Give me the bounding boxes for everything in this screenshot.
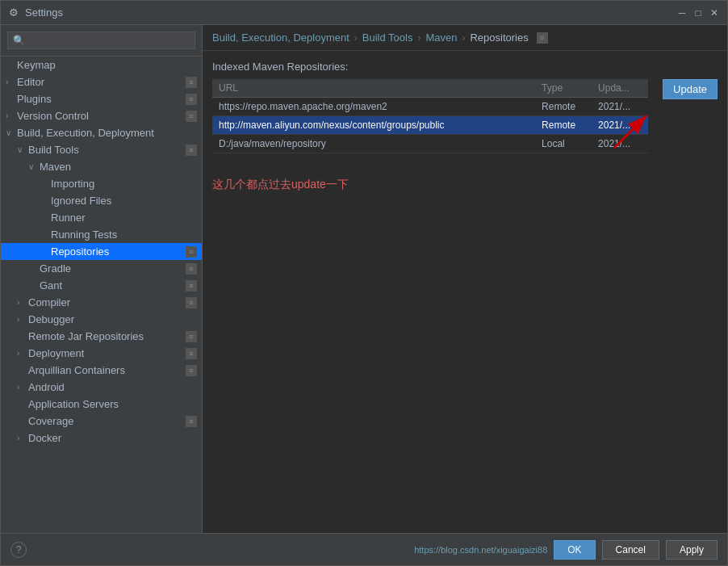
settings-icon: ≡ bbox=[186, 297, 197, 308]
breadcrumb-icon: ≡ bbox=[537, 32, 548, 44]
col-url: URL bbox=[212, 79, 535, 98]
settings-icon: ≡ bbox=[186, 416, 197, 427]
chevron-down-icon: ∨ bbox=[6, 128, 17, 137]
sidebar-item-version-control[interactable]: › Version Control ≡ bbox=[1, 107, 202, 124]
annotation-text: 这几个都点过去update一下 bbox=[212, 178, 349, 191]
sidebar-item-runner[interactable]: Runner bbox=[1, 209, 202, 226]
sidebar-item-keymap[interactable]: Keymap bbox=[1, 57, 202, 73]
maximize-button[interactable]: □ bbox=[692, 6, 705, 19]
settings-icon: ≡ bbox=[186, 348, 197, 359]
sidebar-item-label: Compiler bbox=[28, 296, 186, 308]
table-row[interactable]: http://maven.aliyun.com/nexus/content/gr… bbox=[212, 116, 648, 135]
apply-button[interactable]: Apply bbox=[666, 540, 718, 560]
cell-update: 2021/... bbox=[592, 135, 648, 153]
settings-icon: ≡ bbox=[186, 331, 197, 342]
arrow-icon: › bbox=[17, 383, 28, 392]
sidebar-item-repositories[interactable]: Repositories ≡ bbox=[1, 243, 202, 260]
sidebar-item-build-tools[interactable]: ∨ Build Tools ≡ bbox=[1, 141, 202, 158]
breadcrumb-sep: › bbox=[354, 32, 358, 44]
section-title: Indexed Maven Repositories: bbox=[212, 61, 718, 73]
chevron-down-icon: ∨ bbox=[17, 145, 28, 154]
annotation-area: 这几个都点过去update一下 bbox=[212, 178, 718, 192]
arrow-icon: › bbox=[6, 78, 17, 86]
sidebar-item-arquillian[interactable]: Arquillian Containers ≡ bbox=[1, 362, 202, 379]
sidebar-item-plugins[interactable]: Plugins ≡ bbox=[1, 90, 202, 107]
cell-update: 2021/... bbox=[592, 98, 648, 116]
cell-url: D:/java/maven/repository bbox=[212, 135, 535, 153]
sidebar-list: Keymap › Editor ≡ Plugins ≡ › Version bbox=[1, 57, 202, 533]
cell-update: 2021/... bbox=[592, 116, 648, 135]
breadcrumb-sep: › bbox=[417, 32, 420, 44]
window-icon: ⚙ bbox=[7, 6, 20, 19]
sidebar-item-label: Gant bbox=[40, 279, 186, 291]
breadcrumb-item-3: Maven bbox=[425, 31, 457, 44]
sidebar-item-label: Coverage bbox=[28, 415, 186, 427]
window-title: Settings bbox=[25, 6, 676, 19]
settings-icon: ≡ bbox=[186, 365, 197, 376]
sidebar-item-coverage[interactable]: Coverage ≡ bbox=[1, 413, 202, 430]
chevron-down-icon: ∨ bbox=[28, 162, 40, 171]
ok-button[interactable]: OK bbox=[554, 540, 595, 560]
bottom-link: https://blog.csdn.net/xiguaigaizi88 bbox=[414, 545, 547, 555]
title-bar: ⚙ Settings ─ □ ✕ bbox=[1, 1, 727, 25]
settings-icon: ≡ bbox=[186, 263, 197, 275]
sidebar-item-running-tests[interactable]: Running Tests bbox=[1, 226, 202, 243]
sidebar-item-label: Plugins bbox=[17, 93, 186, 105]
sidebar-item-label: Ignored Files bbox=[51, 195, 197, 207]
sidebar-item-label: Version Control bbox=[17, 110, 186, 122]
cell-type: Local bbox=[535, 135, 592, 153]
breadcrumb-item-1: Build, Execution, Deployment bbox=[212, 31, 349, 44]
sidebar-item-editor[interactable]: › Editor ≡ bbox=[1, 73, 202, 90]
help-icon[interactable]: ? bbox=[10, 542, 27, 558]
table-area: URL Type Upda... https://repo.maven.apac… bbox=[212, 79, 718, 153]
col-update: Upda... bbox=[592, 79, 648, 98]
arrow-icon: › bbox=[17, 315, 28, 324]
repo-table: URL Type Upda... https://repo.maven.apac… bbox=[212, 79, 648, 153]
content-area: Keymap › Editor ≡ Plugins ≡ › Version bbox=[1, 25, 727, 533]
update-button[interactable]: Update bbox=[663, 79, 718, 99]
breadcrumb: Build, Execution, Deployment › Build Too… bbox=[203, 25, 727, 51]
main-content: Build, Execution, Deployment › Build Too… bbox=[203, 25, 727, 533]
close-button[interactable]: ✕ bbox=[708, 6, 721, 19]
sidebar-item-label: Docker bbox=[28, 432, 197, 444]
search-box bbox=[1, 25, 202, 57]
settings-icon: ≡ bbox=[186, 145, 197, 156]
sidebar-item-label: Deployment bbox=[28, 347, 186, 359]
sidebar-item-ignored-files[interactable]: Ignored Files bbox=[1, 192, 202, 209]
sidebar-item-gant[interactable]: Gant ≡ bbox=[1, 277, 202, 294]
search-input[interactable] bbox=[7, 31, 195, 49]
sidebar-item-debugger[interactable]: › Debugger bbox=[1, 311, 202, 328]
sidebar-item-label: Remote Jar Repositories bbox=[28, 330, 186, 342]
settings-icon: ≡ bbox=[186, 246, 197, 258]
settings-icon: ≡ bbox=[186, 94, 197, 105]
arrow-icon: › bbox=[6, 111, 17, 120]
sidebar-item-label: Editor bbox=[17, 76, 186, 88]
breadcrumb-item-2: Build Tools bbox=[362, 31, 413, 44]
sidebar-item-build-exec-deploy[interactable]: ∨ Build, Execution, Deployment bbox=[1, 124, 202, 141]
sidebar-item-label: Importing bbox=[51, 178, 197, 190]
cell-type: Remote bbox=[535, 98, 592, 116]
breadcrumb-item-4: Repositories bbox=[470, 31, 528, 44]
sidebar-item-deployment[interactable]: › Deployment ≡ bbox=[1, 345, 202, 362]
breadcrumb-sep: › bbox=[462, 32, 465, 44]
sidebar-item-app-servers[interactable]: Application Servers bbox=[1, 396, 202, 413]
settings-icon: ≡ bbox=[186, 280, 197, 291]
sidebar: Keymap › Editor ≡ Plugins ≡ › Version bbox=[1, 25, 203, 533]
sidebar-item-label: Debugger bbox=[28, 313, 197, 325]
minimize-button[interactable]: ─ bbox=[676, 6, 688, 19]
sidebar-item-label: Arquillian Containers bbox=[28, 364, 186, 376]
sidebar-item-remote-jar[interactable]: Remote Jar Repositories ≡ bbox=[1, 328, 202, 345]
sidebar-item-importing[interactable]: Importing bbox=[1, 175, 202, 192]
sidebar-item-label: Android bbox=[28, 381, 197, 393]
table-row[interactable]: https://repo.maven.apache.org/maven2 Rem… bbox=[212, 98, 648, 116]
sidebar-item-android[interactable]: › Android bbox=[1, 379, 202, 396]
sidebar-item-compiler[interactable]: › Compiler ≡ bbox=[1, 294, 202, 311]
table-wrapper: URL Type Upda... https://repo.maven.apac… bbox=[212, 79, 648, 153]
sidebar-item-label: Build, Execution, Deployment bbox=[17, 127, 197, 139]
sidebar-item-maven[interactable]: ∨ Maven bbox=[1, 158, 202, 175]
sidebar-item-docker[interactable]: › Docker bbox=[1, 430, 202, 447]
window-controls: ─ □ ✕ bbox=[676, 6, 721, 19]
table-row[interactable]: D:/java/maven/repository Local 2021/... bbox=[212, 135, 648, 153]
cancel-button[interactable]: Cancel bbox=[602, 540, 659, 560]
sidebar-item-gradle[interactable]: Gradle ≡ bbox=[1, 260, 202, 277]
